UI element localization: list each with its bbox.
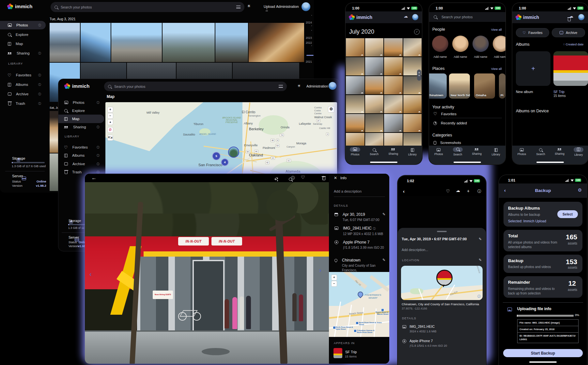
theme-toggle-icon[interactable]: ☀ [297, 84, 301, 88]
sidebar-item-photos[interactable]: Photos ⓘ [0, 21, 46, 29]
photo-thumbnail[interactable] [365, 76, 384, 94]
photo-thumbnail[interactable] [50, 111, 58, 153]
photo-thumbnail[interactable] [162, 23, 215, 62]
search-input[interactable]: Search your photos [51, 2, 244, 12]
edit-location-icon[interactable]: ✎ [382, 258, 385, 262]
place-card[interactable]: Chinatown [429, 73, 447, 99]
sidebar-item-photos[interactable]: Photos ⓘ [58, 98, 104, 107]
recently-added-row[interactable]: Recently added [433, 121, 467, 125]
person-face[interactable] [493, 36, 506, 52]
share-icon[interactable] [275, 179, 276, 180]
sidebar-item-trash[interactable]: Trash ⓘ [0, 99, 46, 108]
detail-location[interactable]: Chinatown [342, 258, 381, 262]
user-avatar[interactable] [578, 14, 584, 20]
photo-thumbnail[interactable] [346, 38, 364, 56]
photo-thumbnail[interactable] [365, 114, 384, 132]
sidebar-item-sharing[interactable]: Sharing ⓘ [0, 49, 46, 57]
info-circle-icon[interactable]: ⓘ [38, 92, 41, 96]
edit-location-icon[interactable]: ✎ [479, 258, 482, 262]
map-zoom-out-button[interactable]: − [107, 113, 113, 119]
minimap-zoom-in-button[interactable]: + [331, 275, 337, 280]
location-map[interactable]: - San Francisco The Em ⓘ [401, 266, 483, 300]
minimap-zoom-out-button[interactable]: − [331, 281, 337, 287]
map-zoom-in-button[interactable]: + [107, 107, 113, 113]
photo-thumbnail[interactable] [346, 114, 364, 132]
album-name[interactable]: SF Trip [553, 90, 565, 94]
user-avatar[interactable] [412, 14, 418, 20]
nav-library[interactable]: Library [571, 147, 586, 156]
previous-photo-chevron[interactable]: ‹ [89, 270, 92, 278]
user-avatar[interactable] [302, 2, 310, 11]
sidebar-item-archive[interactable]: ↓ Archive ⓘ [58, 160, 104, 168]
nav-photos[interactable]: Photos [348, 147, 362, 156]
edit-date-icon[interactable]: ✎ [479, 237, 482, 241]
description-field[interactable]: Add a description [334, 189, 362, 193]
archive-chip[interactable]: ↓ Archive [552, 28, 585, 37]
map-fullscreen-button[interactable]: ⇱⇲ [107, 135, 113, 141]
person-name[interactable]: Add name [432, 55, 448, 58]
sidebar-item-sharing[interactable]: Sharing ⓘ [58, 123, 104, 131]
photo-thumbnail[interactable] [111, 23, 162, 62]
photo-thumbnail[interactable] [346, 95, 364, 113]
photo-view-area[interactable] [398, 196, 486, 228]
location-minimap[interactable]: Pier 45 FISHERMAN'S WHARF Beach Street B… [329, 272, 389, 337]
favorite-heart-icon[interactable]: ♡ [446, 189, 450, 194]
photo-thumbnail[interactable] [365, 57, 384, 75]
cloud-sync-icon[interactable]: ☁↑ [404, 14, 408, 18]
close-icon[interactable]: ✕ [334, 176, 337, 180]
edit-date-icon[interactable]: ✎ [382, 212, 385, 216]
nav-search[interactable]: Search [534, 147, 548, 156]
sidebar-item-albums[interactable]: Albums ⓘ [0, 80, 46, 89]
info-circle-icon[interactable]: ⓘ [97, 125, 100, 129]
sidebar-item-explore[interactable]: Explore [0, 30, 46, 39]
nav-library[interactable]: Library [405, 147, 420, 156]
photo-thumbnail[interactable] [346, 76, 364, 94]
info-circle-icon[interactable]: ⓘ [38, 73, 41, 77]
info-circle-icon[interactable]: ⓘ [38, 102, 41, 106]
place-card[interactable]: Pi [499, 73, 505, 99]
back-button[interactable]: ← [91, 175, 97, 181]
new-album-card[interactable]: + [516, 51, 550, 86]
photo-thumbnail[interactable] [384, 38, 403, 56]
scroll-thumb[interactable]: ▲▼ [417, 70, 421, 81]
photo-thumbnail[interactable] [215, 23, 248, 62]
sidebar-item-albums[interactable]: Albums ⓘ [58, 151, 104, 160]
user-avatar[interactable] [329, 82, 336, 90]
album-thumbnail[interactable] [333, 348, 342, 358]
albums-sort[interactable]: ↑ Created date [563, 42, 583, 46]
theme-toggle-icon[interactable]: ☀ [247, 4, 251, 8]
place-card[interactable]: Omaha [474, 73, 495, 99]
timeline-scrubber[interactable]: 2024 2023 2022 2021 [305, 13, 313, 85]
favorites-chip[interactable]: ♡ Favorites [516, 28, 549, 37]
next-photo-chevron[interactable]: › [319, 266, 321, 274]
person-name[interactable]: Add name [493, 55, 506, 58]
photo-map-marker[interactable] [436, 270, 453, 286]
photo-thumbnail[interactable] [81, 23, 111, 62]
info-icon[interactable]: ⓘ [291, 175, 295, 181]
photo-thumbnail[interactable] [249, 23, 304, 62]
photo-thumbnail[interactable] [384, 76, 403, 94]
info-circle-icon[interactable]: ⓘ [97, 101, 100, 105]
map-settings-button[interactable]: ⚙ [328, 106, 334, 113]
back-chevron[interactable]: ‹ [403, 188, 405, 194]
sheet-handle[interactable] [437, 231, 447, 232]
nav-search[interactable]: Search [451, 147, 465, 156]
photo-thumbnail[interactable] [384, 57, 403, 75]
favorite-heart-icon[interactable]: ♡ [301, 175, 305, 180]
description-field[interactable]: Add description... [402, 248, 428, 252]
photo-thumbnail[interactable] [384, 114, 403, 132]
info-circle-icon[interactable]: ⓘ [38, 51, 41, 56]
sidebar-item-explore[interactable]: Explore [58, 106, 104, 115]
photo-thumbnail[interactable] [365, 95, 384, 113]
start-backup-button[interactable]: Start Backup [503, 349, 583, 357]
cloud-sync-icon[interactable]: ☁↑ [569, 14, 573, 18]
person-name[interactable]: Add name [472, 55, 489, 58]
favorites-row[interactable]: ♡ Favorites [433, 111, 456, 116]
photo-thumbnail[interactable] [50, 23, 80, 62]
nav-search[interactable]: Search [367, 147, 381, 156]
person-name[interactable]: Add name [452, 55, 469, 58]
more-options-icon[interactable]: ⋮ [321, 175, 325, 180]
sidebar-item-archive[interactable]: ↓ Archive ⓘ [0, 90, 46, 98]
nav-sharing[interactable]: Sharing [386, 147, 400, 155]
person-face[interactable] [472, 36, 489, 52]
